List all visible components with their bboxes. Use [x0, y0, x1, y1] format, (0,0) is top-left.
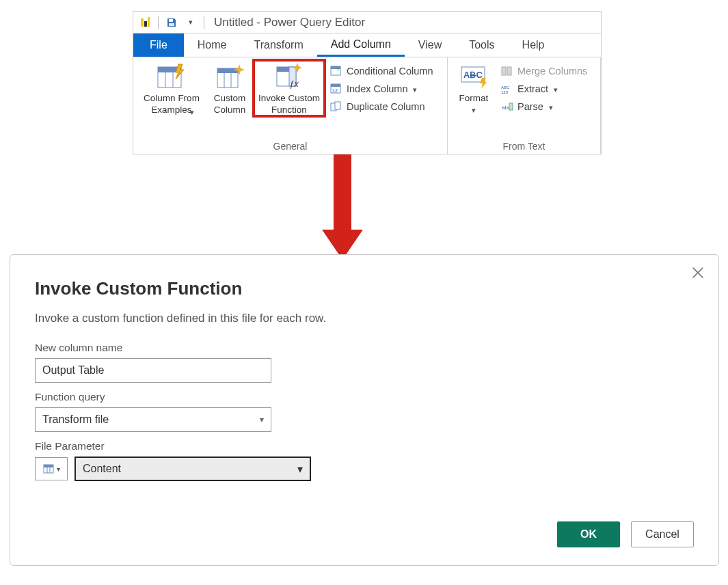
new-column-name-label: New column name [35, 342, 694, 354]
tab-help[interactable]: Help [509, 33, 558, 57]
duplicate-column-label: Duplicate Column [347, 101, 424, 112]
cancel-button[interactable]: Cancel [631, 521, 694, 547]
duplicate-column-icon [330, 101, 342, 112]
tab-view[interactable]: View [405, 33, 455, 57]
svg-rect-31 [502, 67, 506, 75]
svg-rect-0 [141, 18, 144, 27]
merge-columns-button[interactable]: Merge Columns [498, 64, 590, 78]
chevron-down-icon [472, 105, 476, 116]
conditional-column-button[interactable]: ≠ Conditional Column [327, 64, 436, 78]
svg-text:123: 123 [501, 90, 509, 94]
svg-text:AB̶C: AB̶C [463, 70, 483, 80]
svg-rect-24 [331, 84, 340, 87]
chevron-down-icon [548, 101, 553, 112]
index-column-button[interactable]: 12 Index Column [327, 82, 436, 96]
window-title: Untitled - Power Query Editor [214, 16, 365, 29]
ribbon-tabs: File Home Transform Add Column View Tool… [133, 33, 601, 57]
invoke-custom-function-label: Invoke Custom Function [258, 93, 320, 116]
index-column-icon: 12 [330, 83, 342, 94]
ok-button[interactable]: OK [557, 521, 620, 547]
svg-rect-27 [335, 102, 340, 109]
parse-label: Parse [517, 101, 543, 112]
group-label-general: General [137, 139, 443, 154]
custom-column-label: Custom Column [214, 93, 246, 116]
svg-rect-1 [144, 21, 147, 27]
chevron-down-icon [190, 107, 194, 118]
titlebar-separator [158, 16, 159, 29]
file-parameter-select[interactable]: Content ▾ [75, 457, 311, 481]
conditional-column-icon: ≠ [330, 66, 342, 77]
conditional-column-label: Conditional Column [347, 66, 433, 77]
parameter-type-picker[interactable]: ▾ [35, 457, 68, 480]
duplicate-column-button[interactable]: Duplicate Column [327, 100, 436, 113]
annotation-arrow [322, 154, 363, 260]
chevron-down-icon: ▾ [260, 415, 264, 424]
svg-text:ABC: ABC [501, 85, 510, 90]
merge-columns-label: Merge Columns [517, 66, 587, 77]
svg-text:≠: ≠ [337, 67, 340, 72]
extract-label: Extract [517, 83, 548, 94]
function-query-label: Function query [35, 391, 694, 403]
titlebar: ▾ Untitled - Power Query Editor [133, 12, 601, 33]
from-text-small-buttons: Merge Columns ABC123 Extract abc Parse [498, 60, 590, 113]
svg-rect-4 [169, 23, 174, 26]
power-query-editor-window: ▾ Untitled - Power Query Editor File Hom… [133, 11, 602, 154]
svg-rect-11 [217, 68, 238, 73]
table-sparkle-icon [215, 63, 245, 90]
parse-button[interactable]: abc Parse [498, 100, 590, 113]
qat-dropdown-icon[interactable]: ▾ [183, 15, 198, 30]
ribbon-body: Column From Examples Custom Column ƒx In… [133, 57, 601, 154]
svg-rect-32 [507, 67, 511, 75]
svg-rect-2 [148, 17, 150, 27]
svg-text:ƒx: ƒx [289, 79, 299, 89]
tab-file[interactable]: File [133, 33, 184, 57]
table-lightning-icon [157, 63, 187, 90]
titlebar-separator [204, 16, 204, 29]
extract-button[interactable]: ABC123 Extract [498, 82, 590, 96]
chevron-down-icon [412, 83, 417, 94]
tab-add-column[interactable]: Add Column [317, 33, 405, 57]
general-small-buttons: ≠ Conditional Column 12 Index Column [327, 60, 436, 113]
svg-rect-3 [169, 19, 173, 22]
table-fx-icon: ƒx [274, 63, 304, 90]
svg-text:12: 12 [332, 88, 338, 93]
format-button[interactable]: AB̶C Format [452, 60, 496, 116]
function-query-value: Transform file [42, 413, 109, 426]
merge-columns-icon [501, 66, 513, 77]
format-label: Format [459, 93, 489, 105]
tab-transform[interactable]: Transform [240, 33, 316, 57]
tab-tools[interactable]: Tools [455, 33, 508, 57]
dialog-title: Invoke Custom Function [35, 278, 694, 299]
chevron-down-icon [552, 83, 558, 94]
invoke-custom-function-button[interactable]: ƒx Invoke Custom Function [254, 60, 325, 116]
svg-rect-36 [509, 103, 513, 110]
table-icon [43, 463, 55, 474]
file-parameter-label: File Parameter [35, 440, 694, 452]
ribbon-group-from-text: AB̶C Format Merge Columns ABC123 [448, 57, 601, 154]
ribbon-group-general: Column From Examples Custom Column ƒx In… [133, 57, 448, 154]
file-parameter-value: Content [83, 463, 121, 475]
save-icon[interactable] [164, 15, 179, 30]
tab-home[interactable]: Home [184, 33, 241, 57]
app-icon [137, 15, 152, 30]
index-column-label: Index Column [347, 83, 407, 94]
custom-column-button[interactable]: Custom Column [208, 60, 251, 116]
parse-icon: abc [501, 101, 513, 112]
group-label-from-text: From Text [452, 139, 596, 154]
format-abc-icon: AB̶C [459, 63, 489, 90]
chevron-down-icon: ▾ [57, 465, 60, 473]
svg-rect-38 [44, 465, 53, 467]
dialog-description: Invoke a custom function defined in this… [35, 312, 694, 325]
chevron-down-icon: ▾ [297, 463, 303, 476]
column-from-examples-button[interactable]: Column From Examples [137, 60, 206, 118]
function-query-select[interactable]: Transform file ▾ [35, 407, 271, 432]
close-icon[interactable] [690, 264, 706, 281]
extract-icon: ABC123 [501, 83, 513, 94]
invoke-custom-function-dialog: Invoke Custom Function Invoke a custom f… [10, 254, 719, 566]
new-column-name-input[interactable] [35, 358, 271, 383]
